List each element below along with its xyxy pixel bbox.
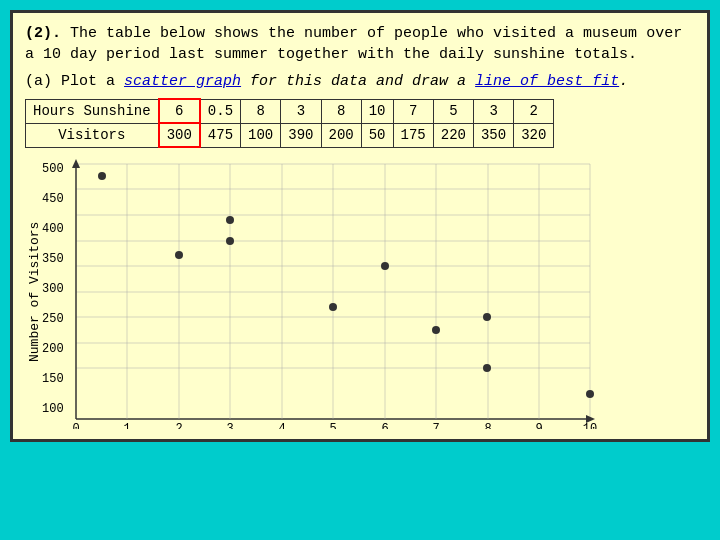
visitors-val-3: 390 — [281, 123, 321, 147]
problem-description: The table below shows the number of peop… — [25, 25, 682, 63]
data-point-6 — [586, 390, 594, 398]
line-of-best-fit-label: line of best fit — [475, 73, 619, 90]
data-point-10 — [175, 251, 183, 259]
table-row-hours: Hours Sunshine 6 0.5 8 3 8 10 7 5 3 2 — [26, 99, 554, 123]
data-point-8 — [329, 303, 337, 311]
table-row-visitors: Visitors 300 475 100 390 200 50 175 220 … — [26, 123, 554, 147]
x-label-5: 5 — [329, 422, 336, 429]
x-label-7: 7 — [432, 422, 439, 429]
y-tick-150: 150 — [42, 364, 64, 394]
y-tick-250: 250 — [42, 304, 64, 334]
y-ticks: 500 450 400 350 300 250 200 150 100 — [42, 154, 68, 429]
chart-svg: 0 1 2 3 4 5 6 7 8 9 10 Hours of Sunshine — [68, 154, 598, 429]
x-label-2: 2 — [175, 422, 182, 429]
hours-val-8: 3 — [473, 99, 513, 123]
visitors-val-7: 220 — [433, 123, 473, 147]
visitors-val-6: 175 — [393, 123, 433, 147]
main-container: (2). The table below shows the number of… — [10, 10, 710, 442]
problem-number: (2). — [25, 25, 61, 42]
y-tick-300: 300 — [42, 274, 64, 304]
part-a-prefix: (a) Plot a — [25, 73, 124, 90]
visitors-val-1: 475 — [200, 123, 241, 147]
scatter-graph-label: scatter graph — [124, 73, 241, 90]
hours-val-5: 10 — [361, 99, 393, 123]
hours-val-4: 8 — [321, 99, 361, 123]
x-label-0: 0 — [72, 422, 79, 429]
part-a-mid: for this data and draw a — [241, 73, 475, 90]
visitors-val-5: 50 — [361, 123, 393, 147]
hours-val-1: 0.5 — [200, 99, 241, 123]
data-point-1 — [381, 262, 389, 270]
data-point-2 — [98, 172, 106, 180]
data-point-5 — [483, 313, 491, 321]
y-tick-350: 350 — [42, 244, 64, 274]
visitors-val-8: 350 — [473, 123, 513, 147]
chart-area: 0 1 2 3 4 5 6 7 8 9 10 Hours of Sunshine — [68, 154, 695, 429]
y-axis-label: Number of Visitors — [25, 154, 42, 429]
hours-val-7: 5 — [433, 99, 473, 123]
data-point-3 — [483, 364, 491, 372]
visitors-val-0: 300 — [159, 123, 200, 147]
visitors-val-4: 200 — [321, 123, 361, 147]
part-a-text: (a) Plot a scatter graph for this data a… — [25, 73, 695, 90]
hours-val-0: 6 — [159, 99, 200, 123]
hours-val-3: 3 — [281, 99, 321, 123]
visitors-label: Visitors — [26, 123, 159, 147]
hours-val-6: 7 — [393, 99, 433, 123]
visitors-val-2: 100 — [241, 123, 281, 147]
part-a-suffix: . — [619, 73, 628, 90]
y-tick-500: 500 — [42, 154, 64, 184]
x-label-10: 10 — [582, 422, 596, 429]
x-label-9: 9 — [535, 422, 542, 429]
y-tick-400: 400 — [42, 214, 64, 244]
hours-val-9: 2 — [514, 99, 554, 123]
data-point-7 — [432, 326, 440, 334]
y-tick-100: 100 — [42, 394, 64, 424]
x-label-8: 8 — [484, 422, 491, 429]
y-tick-200: 200 — [42, 334, 64, 364]
hours-val-2: 8 — [241, 99, 281, 123]
x-label-3: 3 — [226, 422, 233, 429]
x-label-6: 6 — [381, 422, 388, 429]
visitors-val-9: 320 — [514, 123, 554, 147]
data-point-9 — [226, 237, 234, 245]
hours-label: Hours Sunshine — [26, 99, 159, 123]
graph-section: Number of Visitors 500 450 400 350 300 2… — [25, 154, 695, 429]
x-label-4: 4 — [278, 422, 285, 429]
problem-text: (2). The table below shows the number of… — [25, 23, 695, 65]
data-table: Hours Sunshine 6 0.5 8 3 8 10 7 5 3 2 Vi… — [25, 98, 554, 148]
data-point-4 — [226, 216, 234, 224]
y-tick-450: 450 — [42, 184, 64, 214]
y-axis-arrow — [72, 159, 80, 168]
x-label-1: 1 — [123, 422, 130, 429]
